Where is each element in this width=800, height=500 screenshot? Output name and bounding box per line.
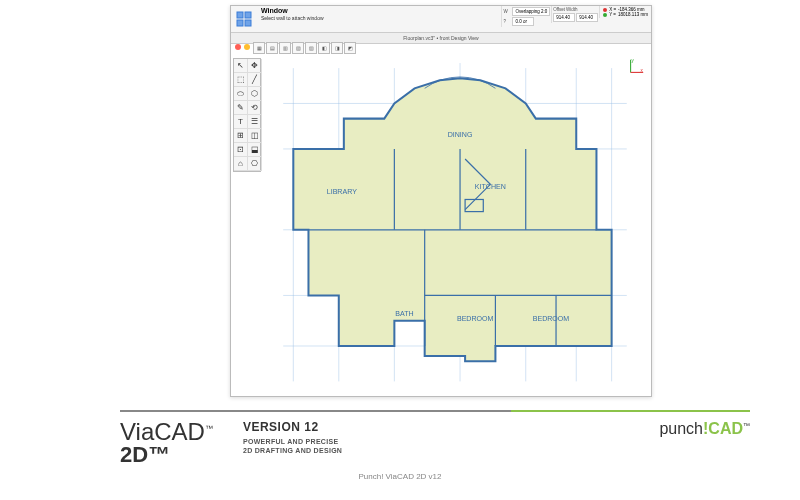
field-input[interactable]: 914.40 xyxy=(553,13,575,22)
svg-rect-3 xyxy=(245,20,251,26)
tagline-line: POWERFUL AND PRECISE xyxy=(243,437,342,446)
room-label: BEDROOM xyxy=(533,315,570,322)
room-label: BATH xyxy=(395,310,413,317)
app-window: Window Select wall to attach window WOve… xyxy=(230,5,652,397)
window-grid-icon[interactable] xyxy=(233,8,255,30)
circle-tool[interactable]: ⬭ xyxy=(234,87,248,101)
tagline-line: 2D DRAFTING AND DESIGN xyxy=(243,446,342,455)
image-caption: Punch! ViaCAD 2D v12 xyxy=(0,472,800,481)
field-label: Width xyxy=(566,7,578,12)
minimize-icon[interactable] xyxy=(244,44,250,50)
coord-label: Y = xyxy=(609,12,616,17)
logo-text: CAD xyxy=(708,420,743,437)
draw-tool[interactable]: ✎ xyxy=(234,101,248,115)
floorplan-drawing: DINING LIBRARY KITCHEN BATH BEDROOM BEDR… xyxy=(263,58,647,391)
inspector-bar: Window Select wall to attach window WOve… xyxy=(231,6,651,33)
field-label: ? xyxy=(503,19,511,24)
footer-divider xyxy=(120,410,750,412)
grid-tool[interactable]: ⊞ xyxy=(234,129,248,143)
view-button[interactable]: ▥ xyxy=(279,42,291,54)
inspector-fields-2: OffsetWidth 914.40914.40 xyxy=(551,6,599,23)
view-button[interactable]: ◧ xyxy=(318,42,330,54)
field-input[interactable]: Overlapping 2:0 xyxy=(512,7,550,16)
rotate-tool[interactable]: ⟲ xyxy=(248,101,262,115)
fill-tool[interactable]: ⬓ xyxy=(248,143,262,157)
field-input[interactable]: 0.0 or xyxy=(512,17,534,26)
window-tool[interactable]: ◫ xyxy=(248,129,262,143)
rect-tool[interactable]: ⬚ xyxy=(234,73,248,87)
drawing-canvas[interactable]: ↖ ✥ ⬚ ╱ ⬭ ⬡ ✎ ⟲ T ☰ ⊞ ◫ ⊡ ⬓ ⌂ ⎔ yx xyxy=(231,54,651,396)
field-label: Offset xyxy=(553,7,565,12)
close-icon[interactable] xyxy=(235,44,241,50)
logo-text: ViaCAD xyxy=(120,418,205,445)
polygon-tool[interactable]: ⬡ xyxy=(248,87,262,101)
version-title: VERSION 12 xyxy=(243,420,342,434)
logo-text: punch xyxy=(659,420,703,437)
view-button[interactable]: ▤ xyxy=(266,42,278,54)
field-label: W xyxy=(503,9,511,14)
room-label: BEDROOM xyxy=(457,315,494,322)
inspector-fields-1: WOverlapping 2:0 ?0.0 or xyxy=(501,6,551,27)
text-tool[interactable]: T xyxy=(234,115,248,129)
footer: ViaCAD™ 2D™ VERSION 12 POWERFUL AND PREC… xyxy=(120,420,750,468)
field-input[interactable]: 914.40 xyxy=(576,13,598,22)
view-button[interactable]: ◩ xyxy=(344,42,356,54)
svg-rect-0 xyxy=(237,12,243,18)
coordinate-readout: X = -184.366 mm Y = 18018.113 mm xyxy=(599,6,651,18)
viacad-logo: ViaCAD™ 2D™ xyxy=(120,420,213,468)
select-tool[interactable]: ↖ xyxy=(234,59,248,73)
version-block: VERSION 12 POWERFUL AND PRECISE 2D DRAFT… xyxy=(243,420,342,455)
inspector-subtitle: Select wall to attach window xyxy=(261,15,497,21)
room-label: DINING xyxy=(448,131,473,138)
punch-logo: punch!CAD™ xyxy=(659,420,750,438)
svg-rect-2 xyxy=(237,20,243,26)
room-label: KITCHEN xyxy=(475,183,506,190)
trademark-icon: ™ xyxy=(205,424,213,433)
x-indicator-icon xyxy=(603,8,607,12)
shape-tool[interactable]: ⎔ xyxy=(248,157,262,171)
y-indicator-icon xyxy=(603,13,607,17)
view-toolbar: ▦ ▤ ▥ ▧ ▨ ◧ ◨ ◩ xyxy=(253,42,356,52)
view-button[interactable]: ▦ xyxy=(253,42,265,54)
line-tool[interactable]: ╱ xyxy=(248,73,262,87)
logo-subtext: 2D xyxy=(120,442,148,467)
coord-value: 18018.113 mm xyxy=(618,12,648,17)
trademark-icon: ™ xyxy=(743,422,750,429)
view-button[interactable]: ▧ xyxy=(292,42,304,54)
view-button[interactable]: ▨ xyxy=(305,42,317,54)
move-tool[interactable]: ✥ xyxy=(248,59,262,73)
room-label: LIBRARY xyxy=(327,188,357,195)
inspector-title: Window xyxy=(261,7,497,15)
dot-tool[interactable]: ⊡ xyxy=(234,143,248,157)
house-tool[interactable]: ⌂ xyxy=(234,157,248,171)
svg-rect-1 xyxy=(245,12,251,18)
tool-palette: ↖ ✥ ⬚ ╱ ⬭ ⬡ ✎ ⟲ T ☰ ⊞ ◫ ⊡ ⬓ ⌂ ⎔ xyxy=(233,58,261,172)
view-button[interactable]: ◨ xyxy=(331,42,343,54)
trademark-icon: ™ xyxy=(148,442,170,467)
list-tool[interactable]: ☰ xyxy=(248,115,262,129)
